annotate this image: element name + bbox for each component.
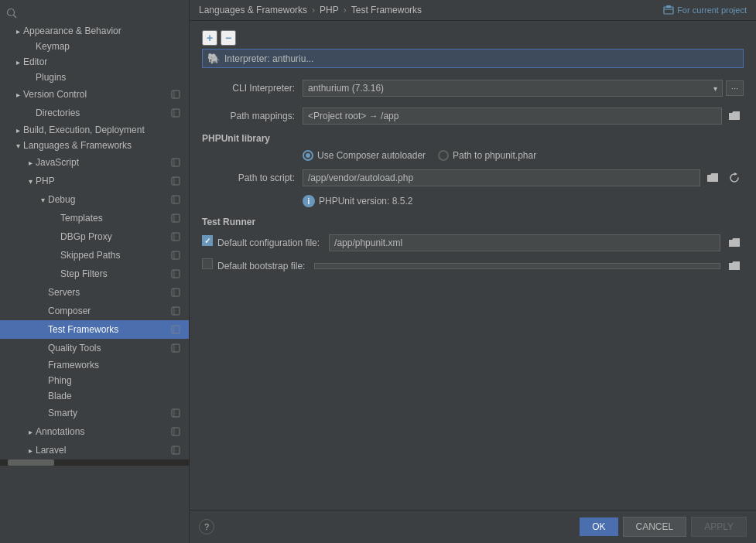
default-config-field[interactable]: /app/phpunit.xml bbox=[329, 234, 720, 251]
sidebar-item-label: Directories bbox=[36, 108, 169, 118]
svg-rect-28 bbox=[172, 409, 180, 417]
svg-rect-14 bbox=[172, 233, 180, 241]
ok-button[interactable]: OK bbox=[580, 517, 617, 536]
sidebar-item-laravel[interactable]: ▸Laravel bbox=[0, 441, 189, 459]
sidebar-item-settings-icon bbox=[169, 211, 183, 225]
sidebar-item-label: JavaScript bbox=[36, 157, 169, 168]
sidebar-item-label: Smarty bbox=[48, 408, 169, 418]
sidebar-item-settings-icon bbox=[169, 341, 183, 355]
svg-rect-22 bbox=[172, 307, 180, 315]
chevron-icon: ▸ bbox=[25, 159, 36, 167]
search-area bbox=[0, 3, 189, 23]
sidebar-item-frameworks[interactable]: Frameworks bbox=[0, 357, 189, 373]
path-mappings-folder-button[interactable] bbox=[725, 107, 744, 125]
default-bootstrap-folder-button[interactable] bbox=[725, 257, 744, 275]
path-mappings-field[interactable]: <Project root> → /app bbox=[303, 108, 722, 125]
path-to-script-refresh-button[interactable] bbox=[725, 169, 744, 187]
default-bootstrap-field[interactable] bbox=[314, 263, 720, 269]
default-config-folder-button[interactable] bbox=[725, 234, 744, 252]
path-to-script-field[interactable]: /app/vendor/autoload.php bbox=[303, 169, 700, 186]
sidebar-item-languages-frameworks[interactable]: ▾Languages & Frameworks bbox=[0, 138, 189, 153]
sidebar-item-templates[interactable]: Templates bbox=[0, 209, 189, 227]
default-bootstrap-checkbox-option[interactable] bbox=[202, 258, 213, 269]
sidebar-item-php[interactable]: ▾PHP bbox=[0, 172, 189, 190]
sidebar-item-test-frameworks[interactable]: Test Frameworks bbox=[0, 320, 189, 339]
breadcrumb-sep-2: › bbox=[344, 5, 347, 15]
sidebar-item-settings-icon bbox=[169, 87, 183, 101]
cli-interpreter-combo[interactable]: anthurium (7.3.16) ▾ bbox=[303, 80, 723, 97]
svg-rect-30 bbox=[172, 428, 180, 435]
cli-interpreter-row: CLI Interpreter: anthurium (7.3.16) ▾ ··… bbox=[202, 77, 744, 99]
sidebar-scrollbar[interactable] bbox=[0, 459, 189, 466]
test-runner-section: Test Runner Default configuration file: … bbox=[202, 217, 744, 275]
sidebar-item-label: Plugins bbox=[36, 72, 183, 83]
breadcrumb-part-3: Test Frameworks bbox=[351, 5, 422, 15]
sidebar-item-settings-icon bbox=[169, 267, 183, 281]
sidebar-item-quality-tools[interactable]: Quality Tools bbox=[0, 339, 189, 357]
sidebar-item-directories[interactable]: Directories bbox=[0, 104, 189, 122]
combo-arrow-icon: ▾ bbox=[713, 84, 717, 93]
path-mappings-row: Path mappings: <Project root> → /app bbox=[202, 105, 744, 127]
sidebar-item-phing[interactable]: Phing bbox=[0, 373, 189, 388]
sidebar-item-label: Frameworks bbox=[48, 360, 183, 371]
default-bootstrap-row: Default bootstrap file: bbox=[202, 257, 744, 275]
sidebar-item-label: Version Control bbox=[23, 89, 169, 100]
sidebar-item-label: Phing bbox=[48, 375, 183, 386]
breadcrumb-part-1: Languages & Frameworks bbox=[199, 5, 307, 15]
default-config-checkbox-option[interactable] bbox=[202, 235, 213, 246]
sidebar-item-settings-icon bbox=[169, 285, 183, 299]
svg-rect-20 bbox=[172, 289, 180, 296]
path-to-script-folder-button[interactable] bbox=[703, 169, 722, 187]
phpunit-version-text: PHPUnit version: 8.5.2 bbox=[319, 196, 412, 207]
bottom-toolbar: ? OK CANCEL APPLY bbox=[190, 510, 756, 543]
svg-rect-35 bbox=[666, 5, 671, 8]
chevron-icon: ▸ bbox=[25, 428, 36, 436]
main-container: ▸Appearance & BehaviorKeymap▸EditorPlugi… bbox=[0, 0, 756, 543]
remove-interpreter-button[interactable]: − bbox=[221, 30, 236, 46]
svg-rect-8 bbox=[172, 177, 180, 185]
sidebar-item-editor[interactable]: ▸Editor bbox=[0, 54, 189, 70]
sidebar-item-label: Keymap bbox=[36, 41, 183, 52]
breadcrumb-sep-1: › bbox=[312, 5, 315, 15]
default-config-checkbox[interactable] bbox=[202, 235, 213, 246]
radio-composer-option[interactable]: Use Composer autoloader bbox=[303, 150, 426, 161]
sidebar-item-label: Templates bbox=[60, 213, 169, 224]
phpunit-version-row: i PHPUnit version: 8.5.2 bbox=[303, 195, 744, 207]
sidebar-item-annotations[interactable]: ▸Annotations bbox=[0, 422, 189, 441]
path-mappings-value-area: <Project root> → /app bbox=[303, 107, 744, 125]
sidebar-item-label: Step Filters bbox=[60, 268, 169, 279]
apply-button[interactable]: APPLY bbox=[691, 517, 747, 537]
sidebar-item-blade[interactable]: Blade bbox=[0, 388, 189, 404]
sidebar-item-debug[interactable]: ▾Debug bbox=[0, 190, 189, 209]
interpreter-label: Interpreter: anthuriu... bbox=[224, 53, 313, 64]
sidebar-item-javascript[interactable]: ▸JavaScript bbox=[0, 153, 189, 172]
radio-phar-label: Path to phpunit.phar bbox=[453, 150, 536, 161]
breadcrumb-part-2: PHP bbox=[320, 5, 339, 15]
cli-interpreter-label: CLI Interpreter: bbox=[202, 83, 303, 94]
help-button[interactable]: ? bbox=[199, 519, 214, 534]
sidebar-item-smarty[interactable]: Smarty bbox=[0, 404, 189, 422]
sidebar-item-step-filters[interactable]: Step Filters bbox=[0, 265, 189, 283]
sidebar-item-label: Languages & Frameworks bbox=[23, 140, 183, 151]
sidebar-item-keymap[interactable]: Keymap bbox=[0, 39, 189, 54]
sidebar-item-plugins[interactable]: Plugins bbox=[0, 70, 189, 85]
radio-phar-option[interactable]: Path to phpunit.phar bbox=[438, 150, 536, 161]
svg-point-0 bbox=[8, 9, 15, 16]
sidebar-item-composer[interactable]: Composer bbox=[0, 302, 189, 320]
cancel-button[interactable]: CANCEL bbox=[623, 517, 687, 537]
svg-rect-24 bbox=[172, 326, 180, 333]
sidebar-item-label: Servers bbox=[48, 287, 169, 298]
svg-rect-6 bbox=[172, 159, 180, 166]
cli-interpreter-more-button[interactable]: ··· bbox=[726, 80, 744, 96]
sidebar-item-settings-icon bbox=[169, 304, 183, 318]
sidebar-item-build-execution[interactable]: ▸Build, Execution, Deployment bbox=[0, 122, 189, 138]
sidebar-item-settings-icon bbox=[169, 443, 183, 457]
sidebar-item-appearance-behavior[interactable]: ▸Appearance & Behavior bbox=[0, 23, 189, 39]
sidebar-item-version-control[interactable]: ▸Version Control bbox=[0, 85, 189, 104]
sidebar-item-dbgp-proxy[interactable]: DBGp Proxy bbox=[0, 227, 189, 246]
default-bootstrap-checkbox[interactable] bbox=[202, 258, 213, 269]
add-interpreter-button[interactable]: + bbox=[202, 30, 217, 46]
sidebar-item-skipped-paths[interactable]: Skipped Paths bbox=[0, 246, 189, 265]
sidebar-item-servers[interactable]: Servers bbox=[0, 283, 189, 302]
interpreter-list-item[interactable]: 🐘 Interpreter: anthuriu... bbox=[202, 49, 744, 68]
